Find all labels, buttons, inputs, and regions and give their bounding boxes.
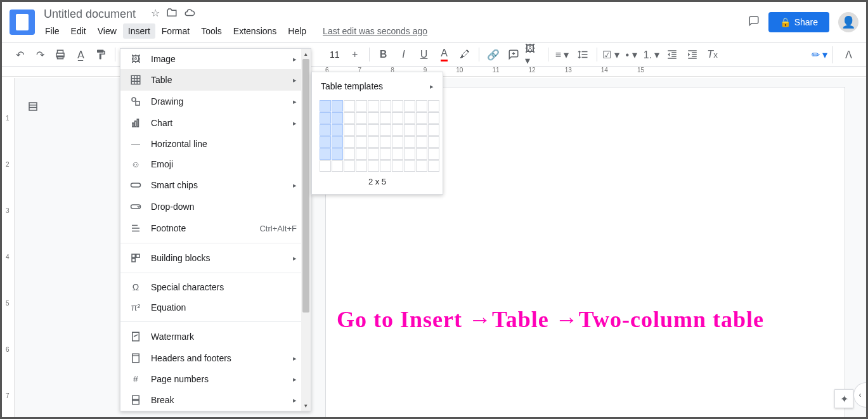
show-side-panel-button[interactable]: ‹	[853, 382, 866, 408]
table-grid-cell[interactable]	[392, 160, 403, 172]
scroll-down-icon[interactable]: ▾	[302, 401, 309, 410]
table-grid-cell[interactable]	[368, 112, 379, 124]
vertical-ruler[interactable]: 1 2 3 4 5 6 7	[2, 78, 15, 417]
insert-footnote-item[interactable]: Footnote Ctrl+Alt+F	[120, 217, 311, 239]
table-grid-cell[interactable]	[356, 112, 367, 124]
table-grid-cell[interactable]	[428, 160, 439, 172]
insert-building-blocks-item[interactable]: Building blocks ▸	[120, 247, 311, 269]
table-grid-cell[interactable]	[380, 124, 391, 136]
table-grid-cell[interactable]	[428, 136, 439, 148]
table-grid-cell[interactable]	[368, 136, 379, 148]
checklist-button[interactable]: ☑ ▾	[602, 46, 620, 63]
collapse-toolbar-button[interactable]: ᐱ	[839, 46, 857, 63]
clear-formatting-button[interactable]: Tx	[704, 46, 722, 63]
table-grid-cell[interactable]	[380, 160, 391, 172]
table-grid-cell[interactable]	[332, 124, 343, 136]
editing-mode-button[interactable]: ✏ ▾	[806, 46, 833, 63]
highlight-button[interactable]: 🖍	[456, 46, 474, 63]
table-grid-cell[interactable]	[320, 100, 331, 112]
table-grid-cell[interactable]	[428, 148, 439, 160]
table-grid-cell[interactable]	[344, 148, 355, 160]
increase-indent-button[interactable]	[683, 46, 701, 63]
table-grid-cell[interactable]	[344, 100, 355, 112]
table-grid-cell[interactable]	[344, 124, 355, 136]
underline-button[interactable]: U	[415, 46, 433, 63]
table-grid-cell[interactable]	[320, 112, 331, 124]
table-grid-cell[interactable]	[332, 148, 343, 160]
table-grid-cell[interactable]	[356, 100, 367, 112]
table-grid-cell[interactable]	[320, 136, 331, 148]
insert-dropdown-item[interactable]: Drop-down	[120, 196, 311, 217]
table-grid-cell[interactable]	[416, 112, 427, 124]
insert-headers-footers-item[interactable]: Headers and footers ▸	[120, 347, 311, 369]
table-grid-cell[interactable]	[344, 136, 355, 148]
table-grid-cell[interactable]	[404, 100, 415, 112]
bold-button[interactable]: B	[375, 46, 392, 63]
italic-button[interactable]: I	[395, 46, 413, 63]
menu-tools[interactable]: Tools	[196, 23, 227, 39]
spellcheck-button[interactable]: A̲	[72, 46, 89, 63]
insert-equation-item[interactable]: π² Equation	[120, 297, 311, 318]
table-grid-cell[interactable]	[416, 124, 427, 136]
table-grid-cell[interactable]	[332, 160, 343, 172]
table-grid-cell[interactable]	[392, 100, 403, 112]
table-grid-cell[interactable]	[404, 160, 415, 172]
table-grid-cell[interactable]	[416, 160, 427, 172]
table-grid-cell[interactable]	[404, 112, 415, 124]
menu-view[interactable]: View	[93, 23, 122, 39]
explore-button[interactable]: ✦	[834, 389, 853, 408]
table-grid-cell[interactable]	[404, 148, 415, 160]
table-grid-cell[interactable]	[428, 124, 439, 136]
numbered-list-button[interactable]: 1. ▾	[643, 46, 661, 63]
table-grid-cell[interactable]	[356, 160, 367, 172]
table-grid-cell[interactable]	[404, 124, 415, 136]
align-button[interactable]: ≡ ▾	[554, 46, 571, 63]
table-grid-cell[interactable]	[392, 136, 403, 148]
move-icon[interactable]	[166, 7, 178, 21]
user-avatar[interactable]: 👤	[838, 12, 858, 32]
table-grid-cell[interactable]	[392, 124, 403, 136]
menu-help[interactable]: Help	[283, 23, 311, 39]
table-grid-cell[interactable]	[428, 112, 439, 124]
table-grid-cell[interactable]	[380, 100, 391, 112]
document-title[interactable]: Untitled document	[40, 6, 139, 22]
table-grid-cell[interactable]	[416, 100, 427, 112]
docs-logo-icon[interactable]	[10, 10, 35, 35]
table-grid-cell[interactable]	[368, 148, 379, 160]
table-grid-cell[interactable]	[332, 136, 343, 148]
table-grid-cell[interactable]	[380, 148, 391, 160]
insert-link-button[interactable]: 🔗	[484, 46, 502, 63]
insert-drawing-item[interactable]: Drawing ▸	[120, 91, 311, 112]
insert-special-chars-item[interactable]: Ω Special characters	[120, 277, 311, 297]
table-grid-cell[interactable]	[416, 148, 427, 160]
insert-chart-item[interactable]: Chart ▸	[120, 112, 311, 134]
table-grid-cell[interactable]	[368, 160, 379, 172]
font-size-increase[interactable]: +	[346, 46, 364, 63]
insert-emoji-item[interactable]: ☺ Emoji	[120, 154, 311, 174]
comment-history-icon[interactable]	[748, 15, 760, 30]
table-grid-cell[interactable]	[368, 100, 379, 112]
table-grid-cell[interactable]	[332, 112, 343, 124]
scroll-up-icon[interactable]: ▴	[302, 49, 309, 58]
table-grid-cell[interactable]	[344, 112, 355, 124]
table-grid-cell[interactable]	[332, 100, 343, 112]
table-size-grid[interactable]	[312, 95, 443, 174]
decrease-indent-button[interactable]	[663, 46, 681, 63]
table-grid-cell[interactable]	[320, 124, 331, 136]
table-grid-cell[interactable]	[380, 112, 391, 124]
table-grid-cell[interactable]	[356, 124, 367, 136]
insert-watermark-item[interactable]: Watermark	[120, 326, 311, 347]
menu-insert[interactable]: Insert	[123, 23, 155, 39]
star-icon[interactable]: ☆	[151, 7, 160, 21]
redo-button[interactable]: ↷	[31, 46, 49, 63]
insert-smartchips-item[interactable]: Smart chips ▸	[120, 174, 311, 196]
table-grid-cell[interactable]	[320, 160, 331, 172]
table-grid-cell[interactable]	[404, 136, 415, 148]
table-grid-cell[interactable]	[356, 148, 367, 160]
line-spacing-button[interactable]	[574, 46, 592, 63]
undo-button[interactable]: ↶	[11, 46, 29, 63]
share-button[interactable]: 🔒 Share	[768, 12, 829, 32]
last-edit-link[interactable]: Last edit was seconds ago	[323, 26, 427, 36]
menu-extensions[interactable]: Extensions	[228, 23, 282, 39]
insert-image-item[interactable]: 🖼 Image ▸	[120, 49, 311, 69]
